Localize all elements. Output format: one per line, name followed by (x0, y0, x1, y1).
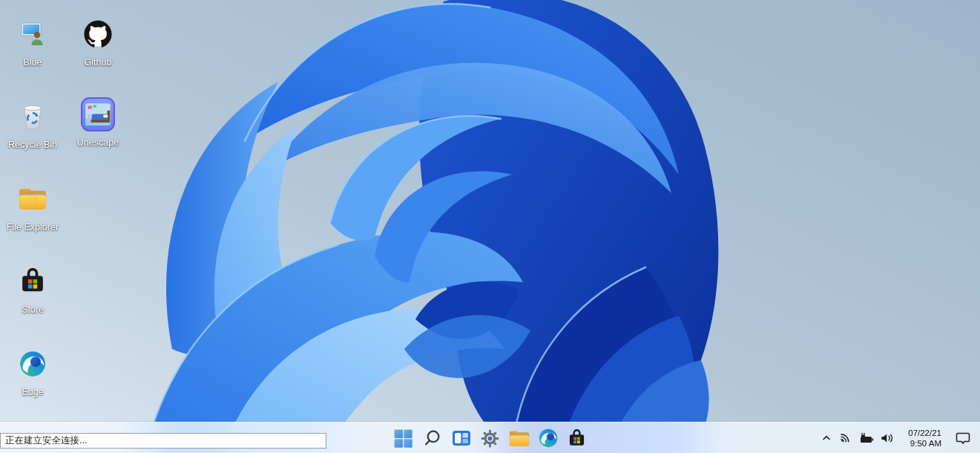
settings-gear-icon (481, 429, 499, 448)
edge-button[interactable] (535, 425, 562, 452)
desktop-icon-file-explorer[interactable]: File Explorer (3, 180, 62, 234)
edge-icon (539, 428, 558, 448)
wallpaper-bloom (0, 0, 980, 453)
status-tooltip-text: 正在建立安全连接... (5, 434, 87, 447)
desktop: Blue Github (0, 0, 980, 453)
desktop-icon-blue[interactable]: Blue (3, 15, 62, 69)
file-explorer-button[interactable] (506, 425, 533, 452)
volume-icon (880, 432, 894, 444)
wifi-icon (839, 432, 853, 444)
desktop-icon-label: Recycle Bin (3, 139, 62, 151)
desktop-icon-label: Blue (3, 56, 62, 69)
task-view-icon (452, 429, 471, 447)
store-button[interactable] (564, 425, 591, 452)
start-icon (394, 429, 412, 448)
desktop-icon-label: Unescape (68, 137, 128, 149)
notification-chat-button[interactable] (952, 428, 974, 448)
battery-charging-icon (858, 432, 875, 444)
desktop-icon-label: Edge (3, 386, 62, 399)
tray-overflow-button[interactable] (818, 430, 835, 446)
taskbar-center-buttons (390, 423, 591, 453)
desktop-icon-edge[interactable]: Edge (3, 345, 62, 399)
clock[interactable]: 07/22/21 9:50 AM (904, 425, 945, 452)
microsoft-store-icon (19, 268, 46, 295)
search-button[interactable] (419, 425, 446, 452)
desktop-icon-label: File Explorer (3, 221, 62, 234)
file-explorer-icon (509, 430, 530, 447)
desktop-icon-label: Github (68, 56, 128, 69)
remote-user-monitor-icon (19, 21, 47, 48)
store-icon (568, 429, 586, 448)
start-button[interactable] (390, 425, 417, 452)
recycle-bin-icon (19, 102, 46, 131)
settings-button[interactable] (477, 425, 504, 452)
tray-time: 9:50 AM (908, 438, 941, 449)
desktop-icon-recycle-bin[interactable]: Recycle Bin (3, 97, 62, 151)
status-tooltip: 正在建立安全连接... (0, 433, 326, 449)
search-icon (423, 429, 441, 448)
tray-date: 07/22/21 (908, 428, 941, 438)
file-explorer-folder-icon (19, 187, 47, 211)
task-view-button[interactable] (448, 425, 475, 452)
desktop-icon-label: Store (3, 304, 62, 316)
unescape-game-icon (81, 97, 115, 131)
desktop-icon-unescape[interactable]: Unescape (68, 95, 128, 149)
chevron-up-icon (821, 433, 832, 443)
edge-browser-icon (19, 351, 46, 377)
system-tray: 07/22/21 9:50 AM (818, 423, 974, 453)
github-logo-icon (84, 20, 112, 48)
chat-bubble-icon (956, 431, 970, 445)
network-battery-volume-button[interactable] (835, 429, 898, 447)
desktop-icon-github[interactable]: Github (68, 15, 128, 69)
desktop-icon-store[interactable]: Store (3, 262, 62, 316)
